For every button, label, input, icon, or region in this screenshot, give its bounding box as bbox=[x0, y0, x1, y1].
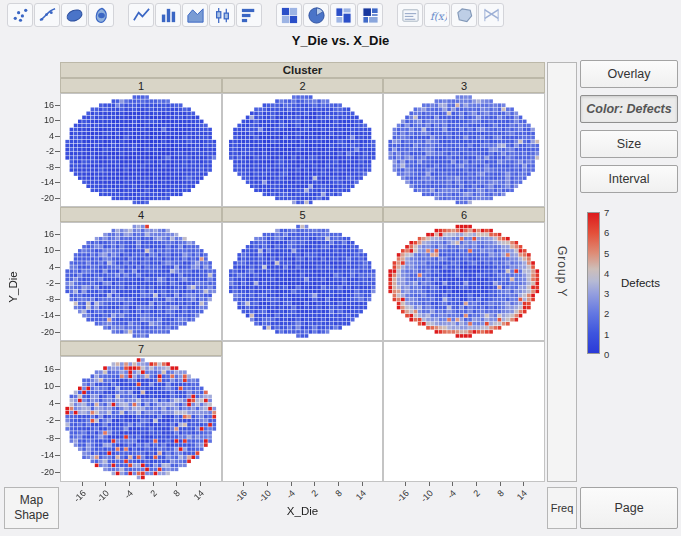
legend-tick-label: 0 bbox=[604, 349, 609, 360]
x-tick-mark bbox=[314, 482, 315, 486]
y-tick-mark bbox=[55, 234, 60, 235]
empty-panel bbox=[383, 341, 545, 482]
wafer-map-canvas bbox=[223, 223, 382, 340]
x-tick-mark bbox=[291, 482, 292, 486]
panel-header: 7 bbox=[60, 341, 222, 356]
size-button[interactable]: Size bbox=[580, 130, 678, 158]
y-tick-label: -20 bbox=[28, 327, 54, 337]
y-tick-mark bbox=[55, 315, 60, 316]
color-defects-button[interactable]: Color: Defects bbox=[580, 95, 678, 123]
legend-tick-label: 6 bbox=[604, 227, 609, 238]
x-tick-mark bbox=[129, 482, 130, 486]
x-tick-mark bbox=[452, 482, 453, 486]
y-tick-mark bbox=[55, 136, 60, 137]
y-tick-mark bbox=[55, 420, 60, 421]
wafer-panel bbox=[60, 356, 222, 482]
wafer-panel bbox=[383, 222, 545, 341]
y-tick-label: -20 bbox=[28, 193, 54, 203]
y-tick-mark bbox=[55, 120, 60, 121]
x-tick-mark bbox=[362, 482, 363, 486]
y-tick-mark bbox=[55, 283, 60, 284]
x-axis-title: X_Die bbox=[60, 505, 545, 517]
y-tick-label: -8 bbox=[28, 162, 54, 172]
y-tick-mark bbox=[55, 198, 60, 199]
y-tick-mark bbox=[55, 403, 60, 404]
x-tick-mark bbox=[429, 482, 430, 486]
interval-button[interactable]: Interval bbox=[580, 165, 678, 193]
x-tick-mark bbox=[338, 482, 339, 486]
x-tick-mark bbox=[105, 482, 106, 486]
y-tick-label: -20 bbox=[28, 467, 54, 477]
y-tick-mark bbox=[55, 386, 60, 387]
panel-header: 6 bbox=[383, 207, 545, 222]
y-tick-mark bbox=[55, 182, 60, 183]
legend-tick-label: 7 bbox=[604, 207, 609, 218]
y-tick-mark bbox=[55, 438, 60, 439]
y-tick-label: -8 bbox=[28, 433, 54, 443]
wafer-map-canvas bbox=[223, 94, 382, 206]
group-y-label: Group Y bbox=[555, 246, 569, 297]
y-tick-label: 4 bbox=[28, 398, 54, 408]
y-tick-label: -14 bbox=[28, 450, 54, 460]
y-tick-label: -2 bbox=[28, 415, 54, 425]
x-tick-mark bbox=[500, 482, 501, 486]
x-tick-mark bbox=[243, 482, 244, 486]
y-tick-label: 4 bbox=[28, 262, 54, 272]
panel-header: 4 bbox=[60, 207, 222, 222]
overlay-button[interactable]: Overlay bbox=[580, 60, 678, 88]
y-tick-mark bbox=[55, 250, 60, 251]
y-axis-title: Y_Die bbox=[7, 257, 19, 317]
wafer-map-canvas bbox=[61, 223, 221, 340]
wafer-panel bbox=[222, 222, 383, 341]
color-legend-gradient bbox=[587, 212, 600, 354]
wafer-panel bbox=[222, 93, 383, 207]
legend-tick-label: 1 bbox=[604, 329, 609, 340]
y-tick-label: -2 bbox=[28, 146, 54, 156]
map-shape-dropzone[interactable]: Map Shape bbox=[4, 487, 59, 529]
x-tick-mark bbox=[200, 482, 201, 486]
y-tick-label: -2 bbox=[28, 278, 54, 288]
y-tick-label: 4 bbox=[28, 131, 54, 141]
y-tick-mark bbox=[55, 267, 60, 268]
wafer-panel bbox=[60, 222, 222, 341]
y-tick-label: -8 bbox=[28, 294, 54, 304]
x-tick-mark bbox=[82, 482, 83, 486]
color-legend-title: Defects bbox=[621, 277, 660, 289]
y-tick-label: -14 bbox=[28, 310, 54, 320]
x-tick-mark bbox=[523, 482, 524, 486]
panel-header: 1 bbox=[60, 78, 222, 93]
y-tick-mark bbox=[55, 105, 60, 106]
legend-tick-label: 5 bbox=[604, 248, 609, 259]
y-tick-mark bbox=[55, 151, 60, 152]
plot-area: 123456716104-2-8-14-2016104-2-8-14-20161… bbox=[0, 0, 681, 536]
y-tick-mark bbox=[55, 332, 60, 333]
legend-tick-label: 2 bbox=[604, 308, 609, 319]
freq-dropzone[interactable]: Freq bbox=[547, 487, 577, 529]
panel-header: 2 bbox=[222, 78, 383, 93]
x-tick-mark bbox=[267, 482, 268, 486]
y-tick-mark bbox=[55, 472, 60, 473]
group-y-dropzone[interactable]: Group Y bbox=[547, 62, 577, 482]
x-tick-mark bbox=[153, 482, 154, 486]
panel-header: 5 bbox=[222, 207, 383, 222]
graph-builder-window: f(x) Y_Die vs. X_Die Cluster 12345671610… bbox=[0, 0, 681, 536]
freq-label: Freq bbox=[551, 502, 574, 514]
wafer-map-canvas bbox=[384, 223, 544, 340]
y-tick-label: 16 bbox=[28, 229, 54, 239]
wafer-map-canvas bbox=[61, 94, 221, 206]
y-tick-label: 10 bbox=[28, 381, 54, 391]
y-tick-label: 10 bbox=[28, 245, 54, 255]
y-tick-mark bbox=[55, 167, 60, 168]
y-tick-mark bbox=[55, 455, 60, 456]
legend-tick-label: 3 bbox=[604, 288, 609, 299]
wafer-map-canvas bbox=[384, 94, 544, 206]
wafer-map-canvas bbox=[61, 357, 221, 481]
x-tick-mark bbox=[405, 482, 406, 486]
y-tick-label: 16 bbox=[28, 364, 54, 374]
y-tick-label: 16 bbox=[28, 100, 54, 110]
empty-panel bbox=[222, 341, 383, 482]
y-tick-mark bbox=[55, 299, 60, 300]
page-button[interactable]: Page bbox=[580, 487, 678, 529]
wafer-panel bbox=[383, 93, 545, 207]
legend-tick-label: 4 bbox=[604, 268, 609, 279]
